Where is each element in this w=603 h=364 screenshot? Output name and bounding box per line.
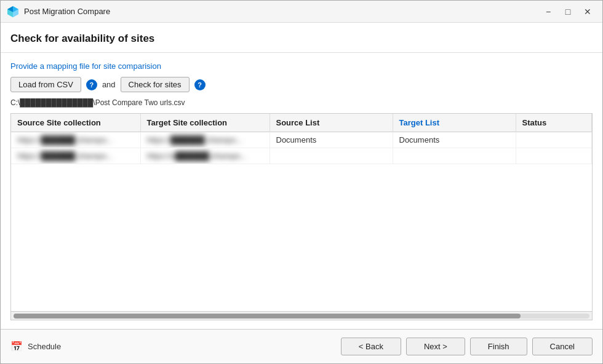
cancel-button[interactable]: Cancel bbox=[532, 338, 593, 355]
schedule-icon: 📅 bbox=[10, 341, 23, 352]
table-cell-0: https://██████.sharepo... bbox=[11, 132, 140, 148]
and-text: and bbox=[102, 80, 116, 89]
help-icon-1[interactable]: ? bbox=[86, 79, 97, 90]
footer-left: 📅 Schedule bbox=[10, 341, 61, 352]
col-header-source-list: Source List bbox=[270, 114, 393, 132]
schedule-label: Schedule bbox=[28, 342, 61, 351]
footer-right: < Back Next > Finish Cancel bbox=[341, 338, 593, 355]
toolbar-row: Load from CSV ? and Check for sites ? bbox=[10, 77, 593, 92]
main-window: Post Migration Compare − □ ✕ Check for a… bbox=[0, 0, 603, 364]
title-bar: Post Migration Compare − □ ✕ bbox=[1, 1, 602, 23]
title-bar-controls: − □ ✕ bbox=[540, 5, 596, 18]
table-header-row: Source Site collection Target Site colle… bbox=[11, 114, 592, 132]
col-header-target-list: Target List bbox=[393, 114, 516, 132]
content-area: Check for availability of sites Provide … bbox=[1, 23, 602, 329]
table-row: https://██████.sharepo...https://a██████… bbox=[11, 148, 592, 164]
maximize-button[interactable]: □ bbox=[559, 5, 577, 18]
table-cell-4 bbox=[516, 148, 592, 164]
next-button[interactable]: Next > bbox=[406, 338, 465, 355]
finish-button[interactable]: Finish bbox=[470, 338, 527, 355]
table-body: https://██████.sharepo...https://██████.… bbox=[11, 132, 592, 164]
page-title: Check for availability of sites bbox=[10, 33, 154, 44]
title-bar-left: Post Migration Compare bbox=[7, 6, 110, 18]
page-header: Check for availability of sites bbox=[1, 23, 602, 53]
table-cell-4 bbox=[516, 132, 592, 148]
col-header-status: Status bbox=[516, 114, 592, 132]
horizontal-scrollbar[interactable] bbox=[11, 311, 592, 320]
table-container: Source Site collection Target Site colle… bbox=[10, 113, 593, 320]
scrollbar-thumb bbox=[14, 314, 521, 318]
app-icon bbox=[7, 6, 19, 18]
minimize-button[interactable]: − bbox=[540, 5, 557, 18]
table-cell-1: https://a██████.sharepo... bbox=[140, 148, 270, 164]
table-cell-3 bbox=[393, 148, 516, 164]
footer: 📅 Schedule < Back Next > Finish Cancel bbox=[1, 329, 602, 363]
file-path: C:\██████████████\Post Compare Two urls.… bbox=[10, 98, 593, 107]
table-cell-0: https://██████.sharepo... bbox=[11, 148, 140, 164]
main-section: Provide a mapping file for site comparis… bbox=[1, 53, 602, 329]
data-table: Source Site collection Target Site colle… bbox=[11, 114, 592, 164]
help-icon-2[interactable]: ? bbox=[194, 79, 206, 90]
check-sites-button[interactable]: Check for sites bbox=[121, 77, 190, 92]
close-button[interactable]: ✕ bbox=[579, 5, 596, 18]
load-csv-button[interactable]: Load from CSV bbox=[10, 77, 81, 92]
col-header-source: Source Site collection bbox=[11, 114, 140, 132]
table-cell-3: Documents bbox=[393, 132, 516, 148]
table-row: https://██████.sharepo...https://██████.… bbox=[11, 132, 592, 148]
table-cell-1: https://██████.sharepo... bbox=[140, 132, 270, 148]
schedule-button[interactable]: Schedule bbox=[28, 342, 61, 351]
table-cell-2 bbox=[270, 148, 393, 164]
col-header-target: Target Site collection bbox=[140, 114, 270, 132]
window-title: Post Migration Compare bbox=[24, 7, 110, 16]
mapping-label: Provide a mapping file for site comparis… bbox=[10, 61, 593, 71]
back-button[interactable]: < Back bbox=[341, 338, 401, 355]
scrollbar-track bbox=[14, 314, 589, 318]
table-cell-2: Documents bbox=[270, 132, 393, 148]
